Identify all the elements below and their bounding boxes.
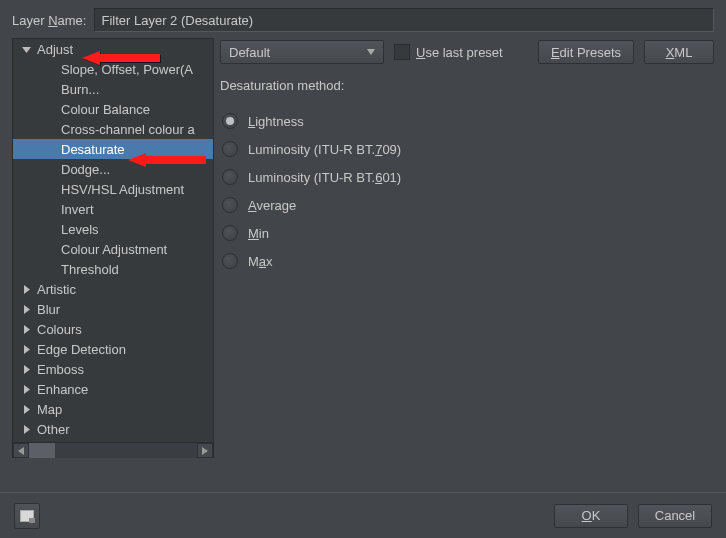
radio-label: Lightness [248,114,304,129]
tree-group-label: Colours [37,322,82,337]
tree-group-map[interactable]: Map [13,399,213,419]
radio-button[interactable] [222,253,238,269]
section-heading: Desaturation method: [220,78,714,93]
canvas-icon [20,510,34,522]
svg-marker-10 [202,447,208,455]
svg-marker-0 [22,47,31,53]
chevron-down-icon [367,49,375,55]
tree-item[interactable]: Dodge... [13,159,213,179]
tree-item[interactable]: HSV/HSL Adjustment [13,179,213,199]
tree-item[interactable]: Invert [13,199,213,219]
horizontal-scrollbar[interactable] [13,442,213,458]
tree-item-label: Dodge... [61,162,110,177]
radio-option[interactable]: Average [222,197,712,213]
svg-marker-6 [24,385,30,394]
svg-marker-5 [24,365,30,374]
svg-marker-9 [18,447,24,455]
radio-label: Average [248,198,296,213]
chevron-right-icon[interactable] [21,304,31,314]
tree-group-label: Adjust [37,42,73,57]
radio-option[interactable]: Max [222,253,712,269]
tree-item-label: HSV/HSL Adjustment [61,182,184,197]
tree-group-colours[interactable]: Colours [13,319,213,339]
tree-group-edge-detection[interactable]: Edge Detection [13,339,213,359]
tree-group-label: Edge Detection [37,342,126,357]
scroll-left-button[interactable] [13,443,29,458]
layer-name-label: Layer Name: [12,13,86,28]
svg-marker-8 [24,425,30,434]
tree-item-label: Burn... [61,82,99,97]
radio-label: Luminosity (ITU-R BT.601) [248,170,401,185]
create-view-button[interactable] [14,503,40,529]
tree-item-label: Invert [61,202,94,217]
layer-name-input[interactable] [94,8,714,32]
tree-item[interactable]: Slope, Offset, Power(A [13,59,213,79]
ok-button[interactable]: OK [554,504,628,528]
svg-marker-4 [24,345,30,354]
svg-marker-1 [24,285,30,294]
chevron-right-icon[interactable] [21,424,31,434]
chevron-right-icon[interactable] [21,324,31,334]
radio-option[interactable]: Luminosity (ITU-R BT.709) [222,141,712,157]
radio-button[interactable] [222,197,238,213]
chevron-right-icon[interactable] [21,344,31,354]
tree-item[interactable]: Threshold [13,259,213,279]
tree-group-adjust[interactable]: Adjust [13,39,213,59]
edit-presets-button[interactable]: Edit Presets [538,40,634,64]
tree-group-label: Artistic [37,282,76,297]
chevron-down-icon[interactable] [21,44,31,54]
radio-label: Max [248,254,273,269]
radio-button[interactable] [222,141,238,157]
tree-group-label: Map [37,402,62,417]
tree-item-label: Slope, Offset, Power(A [61,62,193,77]
svg-marker-2 [24,305,30,314]
tree-item-label: Levels [61,222,99,237]
chevron-right-icon[interactable] [21,364,31,374]
tree-item-label: Threshold [61,262,119,277]
radio-button[interactable] [222,225,238,241]
preset-dropdown-label: Default [229,45,270,60]
chevron-right-icon[interactable] [21,384,31,394]
tree-item-label: Desaturate [61,142,125,157]
radio-button[interactable] [222,113,238,129]
tree-group-blur[interactable]: Blur [13,299,213,319]
tree-group-label: Enhance [37,382,88,397]
tree-group-label: Emboss [37,362,84,377]
tree-item[interactable]: Colour Balance [13,99,213,119]
xml-button[interactable]: XML [644,40,714,64]
cancel-button[interactable]: Cancel [638,504,712,528]
svg-marker-11 [367,49,375,55]
use-last-preset-label: Use last preset [416,45,503,60]
radio-button[interactable] [222,169,238,185]
tree-item[interactable]: Colour Adjustment [13,239,213,259]
scrollbar-thumb[interactable] [29,443,55,458]
tree-item-label: Colour Balance [61,102,150,117]
tree-group-other[interactable]: Other [13,419,213,439]
radio-label: Min [248,226,269,241]
tree-group-emboss[interactable]: Emboss [13,359,213,379]
tree-item[interactable]: Levels [13,219,213,239]
chevron-right-icon[interactable] [21,284,31,294]
tree-item[interactable]: Desaturate [13,139,213,159]
tree-group-label: Other [37,422,70,437]
tree-item[interactable]: Cross-channel colour a [13,119,213,139]
radio-option[interactable]: Min [222,225,712,241]
filter-tree[interactable]: AdjustSlope, Offset, Power(ABurn...Colou… [12,38,214,458]
radio-option[interactable]: Lightness [222,113,712,129]
chevron-right-icon[interactable] [21,404,31,414]
radio-option[interactable]: Luminosity (ITU-R BT.601) [222,169,712,185]
tree-item-label: Cross-channel colour a [61,122,195,137]
tree-item-label: Colour Adjustment [61,242,167,257]
tree-group-enhance[interactable]: Enhance [13,379,213,399]
tree-item[interactable]: Burn... [13,79,213,99]
use-last-preset-checkbox[interactable] [394,44,410,60]
svg-marker-3 [24,325,30,334]
preset-dropdown[interactable]: Default [220,40,384,64]
tree-group-label: Blur [37,302,60,317]
scroll-right-button[interactable] [197,443,213,458]
svg-marker-7 [24,405,30,414]
tree-group-artistic[interactable]: Artistic [13,279,213,299]
radio-label: Luminosity (ITU-R BT.709) [248,142,401,157]
